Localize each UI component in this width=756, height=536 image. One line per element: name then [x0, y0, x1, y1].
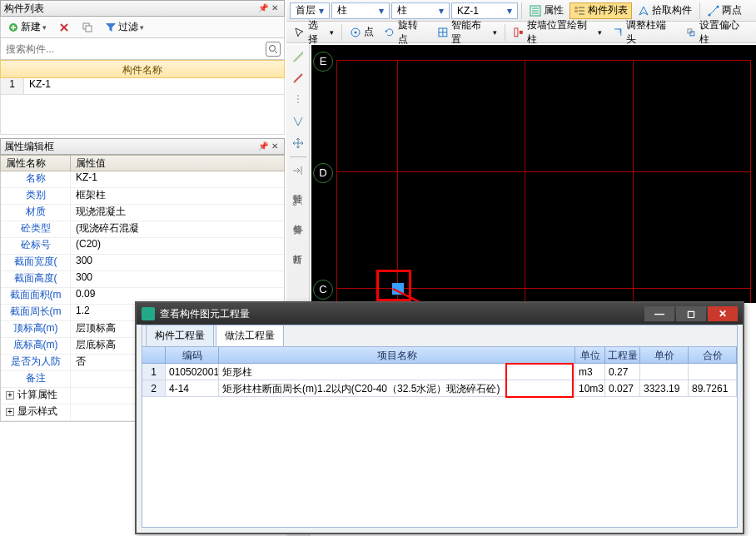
tab-method-qty[interactable]: 做法工程量	[216, 325, 284, 346]
pin-icon[interactable]: 📌	[257, 141, 269, 152]
select-button-label: 选择	[308, 18, 328, 47]
property-row[interactable]: 截面宽度(300	[1, 255, 284, 271]
adjust-end-button[interactable]: 调整柱端头	[608, 24, 679, 41]
table-row[interactable]: 24-14矩形柱柱断面周长(m)1.2以内(C20-40（32.5水泥）现浇碎石…	[142, 380, 737, 397]
prop-value[interactable]: KZ-1	[71, 171, 284, 187]
list-item[interactable]: 1 KZ-1	[0, 78, 285, 95]
prop-value[interactable]: 现浇混凝土	[71, 205, 284, 221]
pick-component-button[interactable]: 拾取构件	[634, 2, 696, 19]
result-window-body: 构件工程量 做法工程量 编码 项目名称 单位 工程量 单价 合价 1010502…	[142, 325, 738, 528]
mirror-icon[interactable]	[290, 113, 306, 130]
picker-icon	[638, 5, 649, 17]
cell-total	[689, 364, 737, 380]
prop-value[interactable]: (现浇碎石混凝	[71, 221, 284, 237]
filter-button[interactable]: 过滤 ▾	[102, 19, 147, 36]
prop-value[interactable]: 300	[71, 271, 284, 287]
svg-rect-6	[574, 10, 578, 12]
wall-column-button[interactable]: 按墙位置绘制柱 ▾	[509, 24, 606, 41]
select-button[interactable]: 选择 ▾	[290, 24, 338, 41]
close-button[interactable]: ✕	[708, 306, 738, 321]
property-row[interactable]: 名称KZ-1	[1, 171, 284, 188]
tool-icon[interactable]	[290, 92, 306, 108]
cell-num: 1	[142, 364, 166, 380]
property-row[interactable]: 材质现浇混凝土	[1, 205, 284, 221]
expand-icon[interactable]: +	[6, 391, 14, 400]
extend-tool[interactable]	[290, 162, 306, 179]
component-toolbar: 新建 ▾ 过滤 ▾	[0, 17, 285, 38]
chevron-down-icon: ▾	[504, 5, 515, 17]
grid-line	[336, 60, 751, 61]
chevron-down-icon: ▾	[316, 5, 327, 17]
result-window-titlebar[interactable]: 查看构件图元工程量 — ◻ ✕	[137, 303, 743, 325]
minimize-button[interactable]: —	[644, 306, 674, 321]
pin-icon[interactable]: 📌	[257, 2, 269, 14]
trim-tool[interactable]	[290, 192, 306, 209]
list-icon	[574, 5, 585, 17]
offset-button[interactable]: 设置偏心柱	[681, 24, 753, 41]
point-button[interactable]: 点	[346, 24, 378, 41]
two-point-button[interactable]: 两点	[704, 2, 746, 19]
copy-button[interactable]	[78, 19, 97, 36]
cell-code: 010502001	[166, 364, 219, 380]
property-row[interactable]: 砼类型(现浇碎石混凝	[1, 221, 284, 238]
dropdown-icon: ▾	[42, 23, 47, 32]
properties-button[interactable]: 属性	[525, 2, 568, 19]
category-combo[interactable]: 柱▾	[331, 2, 390, 19]
close-icon[interactable]: ✕	[269, 141, 281, 152]
result-window-title: 查看构件图元工程量	[160, 307, 250, 321]
move-icon[interactable]	[290, 135, 306, 151]
dropdown-icon: ▾	[140, 23, 144, 32]
pick-component-button-label: 拾取构件	[652, 3, 692, 17]
expand-icon[interactable]: +	[6, 408, 14, 416]
component-list-button[interactable]: 构件列表	[569, 2, 632, 19]
rotate-point-button[interactable]: 旋转点	[380, 24, 431, 41]
property-row[interactable]: 砼标号(C20)	[1, 238, 284, 255]
svg-point-10	[355, 31, 357, 33]
floor-combo[interactable]: 首层▾	[290, 2, 330, 19]
search-icon[interactable]	[266, 42, 281, 57]
cell-qty: 0.27	[605, 364, 640, 380]
funnel-icon	[105, 22, 117, 33]
prop-value[interactable]: 框架柱	[71, 188, 284, 204]
plus-icon	[7, 22, 19, 33]
tool-icon[interactable]	[290, 70, 306, 87]
component-combo[interactable]: KZ-1▾	[451, 2, 518, 19]
col-code: 编码	[166, 347, 219, 363]
list-empty-area	[0, 95, 285, 135]
toolbar-row-2: 选择 ▾ 点 旋转点 智能布置 ▾ 按墙位置绘制柱 ▾ 调整柱端头	[286, 22, 756, 43]
maximize-button[interactable]: ◻	[676, 306, 706, 321]
tab-component-qty[interactable]: 构件工程量	[146, 325, 214, 346]
smart-layout-button[interactable]: 智能布置 ▾	[433, 24, 501, 41]
prop-key: 底标高(m)	[1, 338, 71, 354]
prop-value[interactable]: (C20)	[71, 238, 284, 254]
wall-col-icon	[513, 27, 525, 38]
prop-key: 截面面积(m	[1, 288, 71, 304]
point-icon	[350, 27, 361, 38]
search-input[interactable]	[4, 41, 266, 57]
properties-button-label: 属性	[544, 3, 564, 17]
delete-button[interactable]	[55, 19, 73, 36]
new-button[interactable]: 新建 ▾	[4, 19, 50, 36]
table-row[interactable]: 1010502001矩形柱m30.27	[142, 364, 737, 380]
prop-key: 是否为人防	[1, 355, 71, 370]
cell-price: 3323.19	[640, 380, 689, 396]
property-row[interactable]: 类别框架柱	[1, 188, 284, 205]
axis-label-d: D	[313, 163, 333, 183]
tool-icon[interactable]	[290, 48, 306, 65]
prop-header-name: 属性名称	[1, 156, 71, 171]
prop-value[interactable]: 300	[71, 255, 284, 270]
offset-button-label: 设置偏心柱	[699, 18, 749, 47]
quantity-result-window: 查看构件图元工程量 — ◻ ✕ 构件工程量 做法工程量 编码 项目名称 单位 工…	[135, 301, 744, 534]
break-tool[interactable]	[290, 222, 306, 239]
type-combo[interactable]: 柱▾	[391, 2, 450, 19]
component-list-title-bar: 构件列表 📌 ✕	[0, 0, 285, 17]
cell-qty: 0.027	[605, 380, 640, 396]
separator	[341, 24, 342, 41]
adjust-end-button-label: 调整柱端头	[626, 18, 675, 47]
offset-icon	[685, 27, 697, 38]
property-row[interactable]: 截面高度(300	[1, 271, 284, 288]
cell-total: 89.7261	[689, 380, 737, 396]
drawing-canvas[interactable]: E D C	[311, 45, 756, 303]
category-combo-label: 柱	[337, 3, 347, 17]
close-icon[interactable]: ✕	[269, 2, 281, 14]
